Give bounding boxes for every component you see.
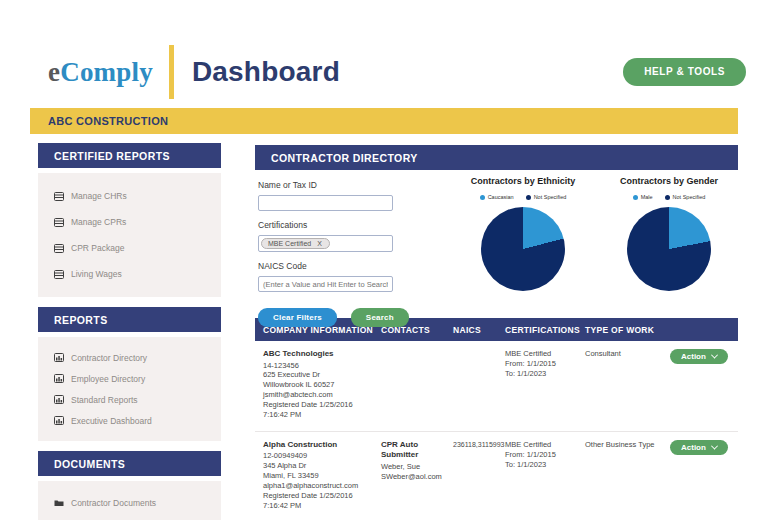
company-tax-id: 12-00949409 [263,451,381,461]
legend-label: Male [641,194,653,200]
legend-dot [665,195,670,200]
column-header-type-of-work: TYPE OF WORK [585,325,670,335]
gender-chart-legend: Male Not Specified [603,194,735,200]
naics-code-input[interactable] [258,276,393,292]
action-button-label: Action [681,443,706,452]
company-address: 625 Executive Dr [263,370,381,380]
sidebar-item-contractor-directory[interactable]: Contractor Directory [54,347,213,368]
legend-item: Male [633,194,653,200]
certifications-cell: MBE Certified From: 1/1/2015 To: 1/1/202… [505,349,585,420]
company-registered-time: 7:16:42 PM [263,501,381,511]
sidebar-section-certified-reports: CERTIFIED REPORTS [38,143,221,168]
legend-label: Not Specified [673,194,706,200]
company-email: alpha1@alphaconstruct.com [263,481,381,491]
report-icon [54,192,64,201]
sidebar-item-label: CPR Package [71,243,124,253]
action-cell: Action [670,349,738,420]
action-cell: Action [670,440,738,511]
company-email: jsmith@abctech.com [263,390,381,400]
column-header-certifications: CERTIFICATIONS [505,325,585,335]
filter-buttons: Clear Filters Search [258,308,418,327]
contractor-directory-header: CONTRACTOR DIRECTORY [255,145,738,170]
section-title: REPORTS [54,314,108,326]
certification-to: To: 1/1/2023 [505,369,585,379]
action-button[interactable]: Action [670,440,728,455]
legend-label: Caucasian [488,194,514,200]
report-icon [54,218,64,227]
gender-pie-chart [627,207,711,291]
naics-cell: 236118,3115993 [453,440,505,511]
legend-dot [633,195,638,200]
sidebar-item-manage-cprs[interactable]: Manage CPRs [54,209,213,235]
sidebar-item-label: Contractor Documents [71,498,156,508]
logo-comply: Comply [60,57,153,87]
sidebar-item-cpr-package[interactable]: CPR Package [54,235,213,261]
certification-chip-label: MBE Certified [268,240,311,247]
certification-chip: MBE Certified X [261,238,330,249]
folder-icon [54,499,64,507]
certification-from: From: 1/1/2015 [505,359,585,369]
certifications-cell: MBE Certified From: 1/1/2015 To: 1/1/202… [505,440,585,511]
name-tax-id-label: Name or Tax ID [258,180,418,190]
sidebar-item-standard-reports[interactable]: Standard Reports [54,389,213,410]
company-info-cell: Alpha Construction 12-00949409 345 Alpha… [263,440,381,511]
sidebar-item-contractor-documents[interactable]: Contractor Documents [54,491,213,514]
company-registered-date: Registered Date 1/25/2016 [263,400,381,410]
bar-chart-icon [54,374,64,383]
company-address: 345 Alpha Dr [263,461,381,471]
ecomply-logo[interactable]: eComply [48,57,153,88]
chip-remove-button[interactable]: X [317,240,322,247]
certification-name: MBE Certified [505,349,585,359]
report-icon [54,244,64,253]
filters-and-charts: Name or Tax ID Certifications MBE Certif… [255,170,738,318]
sidebar-item-project-documents[interactable]: Project Documents [54,514,213,520]
sidebar-item-label: Employee Directory [71,374,145,384]
company-city: Miami, FL 33459 [263,471,381,481]
action-button[interactable]: Action [670,349,728,364]
sidebar-item-label: Executive Dashboard [71,416,152,426]
sidebar: CERTIFIED REPORTS Manage CHRs Manage CPR… [38,143,221,520]
company-name: ABC CONSTRUCTION [48,115,168,127]
certification-from: From: 1/1/2015 [505,450,585,460]
report-icon [54,270,64,279]
column-header-naics: NAICS [453,325,505,335]
contact-email: SWeber@aol.com [381,472,453,482]
search-button[interactable]: Search [351,308,409,327]
legend-dot [480,195,485,200]
sidebar-item-employee-directory[interactable]: Employee Directory [54,368,213,389]
clear-filters-button[interactable]: Clear Filters [258,308,337,327]
legend-label: Not Specified [534,194,567,200]
naics-cell [453,349,505,420]
ecomply-dashboard-page: eComply Dashboard HELP & TOOLS ABC CONST… [0,0,768,520]
company-name: Alpha Construction [263,440,381,451]
contact-name: CPR Auto Submitter [381,440,453,461]
company-name: ABC Technologies [263,349,381,360]
help-tools-button[interactable]: HELP & TOOLS [623,58,746,86]
company-registered-time: 7:16:42 PM [263,410,381,420]
legend-item: Not Specified [526,194,567,200]
gender-chart-title: Contractors by Gender [603,176,735,186]
main-content: CONTRACTOR DIRECTORY Name or Tax ID Cert… [255,145,738,520]
chevron-down-icon [711,352,718,359]
sidebar-item-executive-dashboard[interactable]: Executive Dashboard [54,410,213,431]
ethnicity-chart-legend: Caucasian Not Specified [457,194,589,200]
name-tax-id-input[interactable] [258,195,393,211]
sidebar-item-label: Manage CHRs [71,191,127,201]
company-banner: ABC CONSTRUCTION [30,108,738,134]
sidebar-item-manage-chrs[interactable]: Manage CHRs [54,183,213,209]
type-of-work-cell: Consultant [585,349,670,420]
certification-to: To: 1/1/2023 [505,460,585,470]
table-row: Alpha Construction 12-00949409 345 Alpha… [255,431,738,520]
ethnicity-chart-title: Contractors by Ethnicity [457,176,589,186]
documents-panel: Contractor Documents Project Documents [38,481,221,520]
table-row: ABC Technologies 14-123456 625 Executive… [255,341,738,431]
section-title: DOCUMENTS [54,458,125,470]
company-info-cell: ABC Technologies 14-123456 625 Executive… [263,349,381,420]
bar-chart-icon [54,395,64,404]
company-city: Willowbrook IL 60527 [263,380,381,390]
section-title: CERTIFIED REPORTS [54,150,170,162]
naics-code-label: NAICS Code [258,261,418,271]
certifications-input[interactable]: MBE Certified X [258,235,393,252]
action-button-label: Action [681,352,706,361]
sidebar-item-living-wages[interactable]: Living Wages [54,261,213,287]
